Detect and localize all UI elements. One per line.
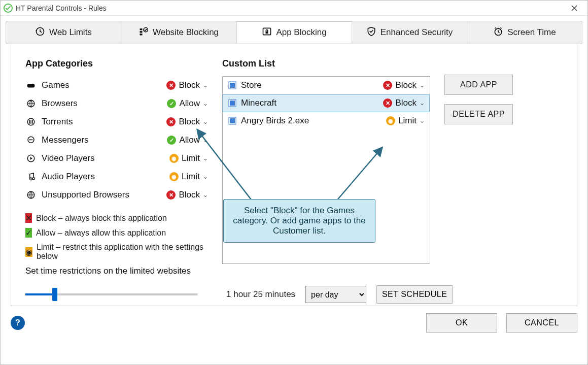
app-status-dropdown[interactable]: ◉Limit⌄: [386, 116, 425, 126]
custom-list-row[interactable]: Store✕Block⌄: [223, 77, 430, 94]
per-period-select[interactable]: per dayper week: [305, 286, 366, 303]
status-label: Block: [179, 190, 200, 200]
ok-button[interactable]: OK: [426, 313, 497, 333]
svg-rect-18: [230, 101, 235, 106]
set-schedule-button[interactable]: SET SCHEDULE: [376, 285, 453, 304]
shield-check-icon: [366, 26, 376, 39]
chat-icon: [25, 136, 37, 145]
chevron-down-icon: ⌄: [203, 191, 208, 198]
limit-icon: ◉: [169, 154, 179, 163]
allow-icon: ✓: [167, 99, 176, 108]
tabstrip: Web LimitsWebsite BlockingApp BlockingEn…: [6, 21, 582, 44]
close-button[interactable]: [564, 1, 584, 15]
time-restrict-label: Set time restrictions on the limited web…: [25, 266, 563, 276]
legend-block-text: Block – always block this application: [36, 214, 167, 223]
tab-website-blocking[interactable]: Website Blocking: [121, 21, 236, 44]
music-note-icon: [25, 172, 37, 181]
tab-label: Screen Time: [507, 27, 556, 38]
category-name: Audio Players: [42, 172, 169, 182]
category-name: Video Players: [42, 153, 169, 163]
tab-enhanced-security[interactable]: Enhanced Security: [352, 21, 467, 44]
category-status-dropdown[interactable]: ✕Block⌄: [166, 80, 208, 90]
tab-label: Enhanced Security: [381, 27, 453, 38]
globe-icon: [25, 190, 37, 200]
help-callout-text: Select "Block" for the Games category. O…: [233, 206, 365, 236]
status-label: Block: [179, 117, 200, 127]
tab-web-limits[interactable]: Web Limits: [6, 21, 121, 44]
category-status-dropdown[interactable]: ✓Allow⌄: [167, 98, 208, 109]
block-icon: ✕: [166, 81, 176, 90]
chevron-down-icon: ⌄: [203, 100, 208, 107]
status-label: Limit: [182, 153, 200, 163]
play-circle-icon: [25, 154, 37, 163]
category-row: Video Players◉Limit⌄: [25, 149, 208, 168]
legend-limit-text: Limit – restrict this application with t…: [37, 243, 208, 261]
app-name: Store: [241, 80, 383, 90]
help-callout: Select "Block" for the Games category. O…: [223, 199, 375, 243]
add-app-button[interactable]: ADD APP: [444, 75, 513, 95]
legend-allow: ✓ Allow – always allow this application: [25, 228, 208, 238]
app-icon: [228, 116, 237, 125]
app-window: HT Parental Controls - Rules Web LimitsW…: [0, 0, 588, 365]
tab-app-blocking[interactable]: App Blocking: [236, 21, 352, 43]
limit-icon: ◉: [169, 172, 179, 181]
category-status-dropdown[interactable]: ✕Block⌄: [166, 117, 208, 127]
legend-allow-text: Allow – always allow this application: [36, 228, 166, 238]
chevron-down-icon: ⌄: [203, 82, 208, 89]
time-restrict-row: 1 hour 25 minutes per dayper week SET SC…: [25, 285, 563, 304]
cancel-button[interactable]: CANCEL: [506, 313, 577, 333]
delete-app-button[interactable]: DELETE APP: [444, 104, 513, 124]
close-icon: [571, 5, 577, 11]
time-restrict-section: Set time restrictions on the limited web…: [25, 266, 563, 304]
block-icon: ✕: [166, 117, 176, 126]
app-status-dropdown[interactable]: ✕Block⌄: [383, 80, 425, 90]
limit-icon: ◉: [25, 247, 32, 257]
block-icon: ✕: [166, 190, 176, 200]
side-buttons-column: ADD APP DELETE APP: [444, 53, 563, 266]
status-label: Limit: [398, 116, 417, 126]
tab-screen-time[interactable]: Screen Time: [467, 21, 582, 44]
gear-check-icon: [139, 26, 149, 39]
custom-list-heading: Custom List: [222, 58, 430, 69]
category-name: Unsupported Browsers: [42, 190, 166, 200]
help-button[interactable]: ?: [11, 316, 25, 330]
category-row: Torrents✕Block⌄: [25, 113, 208, 131]
block-icon: ✕: [383, 81, 392, 90]
app-logo-icon: [4, 4, 13, 13]
block-icon: ✕: [383, 98, 392, 108]
torrent-icon: [25, 117, 37, 126]
app-name: Minecraft: [241, 98, 383, 108]
category-row: Browsers✓Allow⌄: [25, 94, 208, 113]
custom-list-row[interactable]: Minecraft✕Block⌄: [223, 94, 430, 112]
status-label: Block: [395, 80, 417, 90]
chevron-down-icon: ⌄: [203, 118, 208, 125]
category-name: Messengers: [42, 135, 167, 145]
app-icon: [228, 98, 237, 108]
svg-rect-2: [140, 28, 142, 30]
svg-rect-7: [266, 31, 268, 34]
slider-fill: [25, 293, 55, 295]
svg-rect-9: [27, 84, 35, 88]
status-label: Block: [179, 80, 200, 90]
chevron-down-icon: ⌄: [420, 117, 425, 124]
svg-rect-4: [140, 34, 142, 35]
legend-limit: ◉ Limit – restrict this application with…: [25, 243, 208, 261]
chevron-down-icon: ⌄: [420, 82, 425, 89]
category-status-dropdown[interactable]: ◉Limit⌄: [169, 153, 208, 163]
app-name: Angry Birds 2.exe: [241, 116, 386, 126]
limit-icon: ◉: [386, 116, 395, 125]
category-status-dropdown[interactable]: ◉Limit⌄: [169, 172, 208, 182]
categories-list: Games✕Block⌄Browsers✓Allow⌄Torrents✕Bloc…: [25, 76, 208, 204]
category-status-dropdown[interactable]: ✓Allow⌄: [167, 135, 208, 145]
categories-heading: App Categories: [25, 58, 208, 69]
tab-label: Website Blocking: [153, 27, 219, 38]
custom-list-row[interactable]: Angry Birds 2.exe◉Limit⌄: [223, 112, 430, 130]
time-slider[interactable]: [25, 288, 198, 301]
category-status-dropdown[interactable]: ✕Block⌄: [166, 190, 208, 200]
status-label: Block: [395, 98, 417, 108]
slider-thumb[interactable]: [52, 288, 57, 301]
category-row: Audio Players◉Limit⌄: [25, 168, 208, 186]
app-status-dropdown[interactable]: ✕Block⌄: [383, 98, 425, 108]
svg-rect-20: [230, 118, 235, 123]
tabstrip-container: Web LimitsWebsite BlockingApp BlockingEn…: [1, 16, 587, 306]
